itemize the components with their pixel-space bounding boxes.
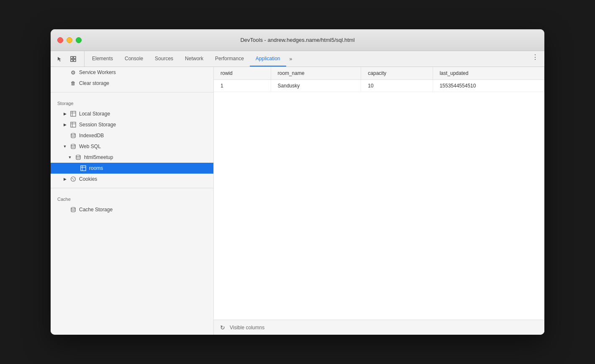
main-content: Service Workers Clear storage Storage ▶ bbox=[51, 67, 544, 335]
cell-capacity: 10 bbox=[361, 80, 433, 92]
db-icon bbox=[75, 154, 82, 161]
col-header-last-updated: last_updated bbox=[433, 67, 544, 80]
tab-application[interactable]: Application bbox=[250, 51, 286, 67]
sidebar-item-local-storage[interactable]: ▶ Local Storage bbox=[51, 108, 213, 119]
sidebar-item-indexeddb[interactable]: IndexedDB bbox=[51, 130, 213, 141]
table-icon bbox=[70, 121, 77, 128]
sidebar: Service Workers Clear storage Storage ▶ bbox=[51, 67, 214, 335]
tab-console[interactable]: Console bbox=[119, 51, 149, 67]
sidebar-item-label: html5meetup bbox=[84, 154, 207, 160]
arrow-down-icon: ▼ bbox=[62, 144, 67, 149]
arrow-spacer bbox=[72, 166, 77, 171]
arrow-down-icon: ▼ bbox=[67, 155, 72, 160]
arrow-spacer bbox=[62, 207, 67, 212]
arrow-right-icon: ▶ bbox=[62, 177, 67, 182]
window-title: DevTools - andrew.hedges.name/html5/sql.… bbox=[240, 37, 354, 43]
svg-point-10 bbox=[71, 133, 75, 135]
svg-rect-13 bbox=[81, 166, 86, 171]
db-icon bbox=[70, 206, 77, 213]
cache-section-label: Cache bbox=[51, 192, 213, 204]
svg-rect-1 bbox=[74, 56, 76, 59]
svg-point-17 bbox=[72, 178, 73, 179]
sidebar-item-label: Web SQL bbox=[79, 144, 207, 149]
minimize-button[interactable] bbox=[67, 37, 72, 43]
gear-icon bbox=[70, 69, 77, 76]
tab-sources[interactable]: Sources bbox=[149, 51, 179, 67]
storage-section-label: Storage bbox=[51, 96, 213, 108]
table-row[interactable]: 1 Sandusky 10 1553544554510 bbox=[214, 80, 544, 92]
sidebar-divider bbox=[51, 92, 213, 92]
maximize-button[interactable] bbox=[76, 37, 82, 43]
sidebar-item-service-workers[interactable]: Service Workers bbox=[51, 67, 213, 78]
sidebar-item-label: Cache Storage bbox=[79, 207, 207, 213]
table-icon bbox=[80, 165, 87, 172]
svg-rect-2 bbox=[71, 59, 73, 62]
col-header-capacity: capacity bbox=[361, 67, 433, 80]
sidebar-item-label: Session Storage bbox=[79, 122, 207, 128]
cell-last-updated: 1553544554510 bbox=[433, 80, 544, 92]
table-body: 1 Sandusky 10 1553544554510 bbox=[214, 80, 544, 92]
sidebar-item-label: rooms bbox=[89, 165, 207, 171]
cell-rowid: 1 bbox=[214, 80, 271, 92]
sidebar-item-label: Service Workers bbox=[79, 69, 207, 75]
sidebar-item-label: IndexedDB bbox=[79, 133, 207, 138]
cursor-icon[interactable] bbox=[54, 53, 66, 65]
tab-menu-button[interactable]: ⋮ bbox=[529, 51, 541, 63]
arrow-right-icon: ▶ bbox=[62, 122, 67, 127]
cell-room-name: Sandusky bbox=[271, 80, 361, 92]
svg-rect-0 bbox=[71, 56, 73, 59]
close-button[interactable] bbox=[57, 37, 63, 43]
trash-icon bbox=[70, 80, 77, 87]
sidebar-item-label: Local Storage bbox=[79, 111, 207, 117]
table-header: rowid room_name capacity last_updated bbox=[214, 67, 544, 80]
sidebar-item-label: Clear storage bbox=[79, 80, 207, 86]
traffic-lights bbox=[57, 37, 82, 43]
col-header-room-name: room_name bbox=[271, 67, 361, 80]
devtools-window: DevTools - andrew.hedges.name/html5/sql.… bbox=[51, 29, 544, 335]
tab-elements[interactable]: Elements bbox=[86, 51, 119, 67]
arrow-right-icon: ▶ bbox=[62, 111, 67, 116]
col-header-rowid: rowid bbox=[214, 67, 271, 80]
sidebar-item-clear-storage[interactable]: Clear storage bbox=[51, 78, 213, 89]
db-icon bbox=[70, 132, 77, 139]
data-table: rowid room_name capacity last_updated 1 … bbox=[214, 67, 544, 320]
svg-point-11 bbox=[71, 144, 75, 146]
tab-network[interactable]: Network bbox=[179, 51, 209, 67]
bottom-bar: ↻ Visible columns bbox=[214, 320, 544, 335]
sidebar-item-session-storage[interactable]: ▶ Session Storage bbox=[51, 119, 213, 130]
tab-more-button[interactable]: » bbox=[286, 51, 296, 67]
svg-point-18 bbox=[73, 179, 74, 180]
sidebar-item-label: Cookies bbox=[79, 176, 207, 182]
sidebar-item-html5meetup[interactable]: ▼ html5meetup bbox=[51, 152, 213, 163]
titlebar: DevTools - andrew.hedges.name/html5/sql.… bbox=[51, 29, 544, 51]
svg-rect-7 bbox=[71, 122, 76, 127]
svg-rect-3 bbox=[74, 59, 76, 62]
sidebar-item-rooms[interactable]: rooms bbox=[51, 163, 213, 174]
cookie-icon bbox=[70, 176, 77, 182]
sidebar-item-websql[interactable]: ▼ Web SQL bbox=[51, 141, 213, 152]
db-icon bbox=[70, 143, 77, 150]
visible-columns-text: Visible columns bbox=[230, 325, 264, 331]
table-icon bbox=[70, 110, 77, 117]
panel: rowid room_name capacity last_updated 1 … bbox=[214, 67, 544, 335]
inspector-icon[interactable] bbox=[67, 53, 79, 65]
svg-rect-4 bbox=[71, 111, 76, 116]
sidebar-item-cookies[interactable]: ▶ Cookies bbox=[51, 174, 213, 185]
svg-point-20 bbox=[71, 208, 75, 209]
arrow-spacer bbox=[62, 81, 67, 86]
svg-point-16 bbox=[71, 177, 76, 182]
arrow-spacer bbox=[62, 133, 67, 138]
table: rowid room_name capacity last_updated 1 … bbox=[214, 67, 544, 92]
svg-point-19 bbox=[74, 178, 74, 179]
svg-point-12 bbox=[76, 155, 80, 157]
tab-performance[interactable]: Performance bbox=[209, 51, 250, 67]
sidebar-divider-2 bbox=[51, 188, 213, 188]
tabbar: Elements Console Sources Network Perform… bbox=[51, 51, 544, 67]
tab-icon-group bbox=[54, 51, 85, 67]
refresh-icon[interactable]: ↻ bbox=[219, 324, 226, 331]
arrow-icon bbox=[62, 70, 67, 75]
sidebar-item-cache-storage[interactable]: Cache Storage bbox=[51, 204, 213, 215]
